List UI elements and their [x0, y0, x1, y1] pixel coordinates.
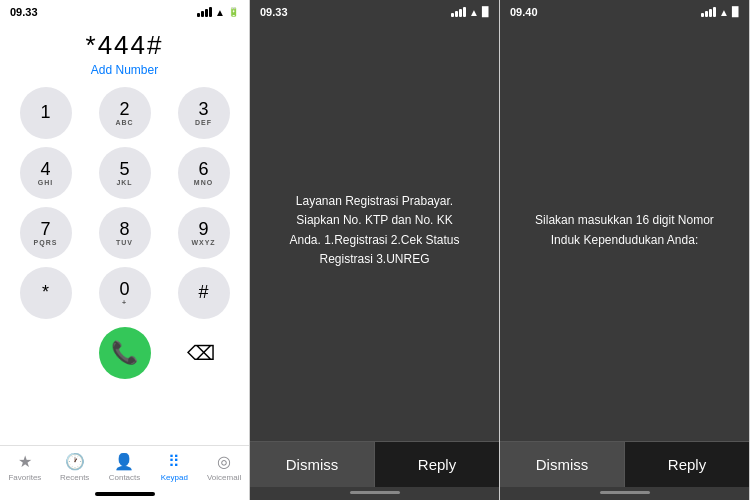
status-bar-3: 09.40 ▲ ▉: [500, 0, 749, 20]
phone-icon: 📞: [111, 340, 138, 366]
status-icons-3: ▲ ▉: [701, 7, 739, 18]
tab-favorites[interactable]: ★ Favorites: [0, 452, 50, 482]
status-bar-1: 09.33 ▲ 🔋: [0, 0, 249, 20]
wifi-icon-2: ▲: [469, 7, 479, 18]
phone2-frame: 09.33 ▲ ▉ Layanan Registrasi Prabayar. S…: [250, 0, 500, 500]
sms-message-area-2: Layanan Registrasi Prabayar. Siapkan No.…: [250, 20, 499, 441]
tab-keypad[interactable]: ⠿ Keypad: [149, 452, 199, 482]
tab-bar: ★ Favorites 🕐 Recents 👤 Contacts ⠿ Keypa…: [0, 445, 249, 490]
battery-icon-3: ▉: [732, 7, 739, 17]
key-4[interactable]: 4 GHI: [20, 147, 72, 199]
phone3-frame: 09.40 ▲ ▉ Silakan masukkan 16 digit Nomo…: [500, 0, 750, 500]
tab-voicemail-label: Voicemail: [207, 473, 241, 482]
dismiss-button-2[interactable]: Dismiss: [250, 442, 375, 487]
home-indicator-2: [350, 491, 400, 494]
wifi-icon-1: ▲: [215, 7, 225, 18]
sms-buttons-3: Dismiss Reply: [500, 441, 749, 487]
reply-button-3[interactable]: Reply: [625, 442, 749, 487]
key-3[interactable]: 3 DEF: [178, 87, 230, 139]
key-hash[interactable]: #: [178, 267, 230, 319]
reply-button-2[interactable]: Reply: [375, 442, 499, 487]
sms-buttons-2: Dismiss Reply: [250, 441, 499, 487]
signal-icon-1: [197, 7, 212, 17]
signal-icon-3: [701, 7, 716, 17]
dismiss-button-3[interactable]: Dismiss: [500, 442, 625, 487]
voicemail-icon: ◎: [217, 452, 231, 471]
tab-contacts-label: Contacts: [109, 473, 141, 482]
key-5[interactable]: 5 JKL: [99, 147, 151, 199]
time-2: 09.33: [260, 6, 288, 18]
sms-content-3: Silakan masukkan 16 digit Nomor Induk Ke…: [500, 20, 749, 500]
home-indicator-3: [600, 491, 650, 494]
sms-message-2: Layanan Registrasi Prabayar. Siapkan No.…: [280, 192, 469, 269]
key-star[interactable]: *: [20, 267, 72, 319]
key-2[interactable]: 2 ABC: [99, 87, 151, 139]
call-button[interactable]: 📞: [99, 327, 151, 379]
key-1[interactable]: 1: [20, 87, 72, 139]
sms-message-area-3: Silakan masukkan 16 digit Nomor Induk Ke…: [500, 20, 749, 441]
time-1: 09.33: [10, 6, 38, 18]
keypad-grid: 1 2 ABC 3 DEF 4 GHI 5 JKL 6 MNO: [0, 87, 249, 319]
call-row: 📞 ⌫: [29, 327, 221, 383]
phone1-frame: 09.33 ▲ 🔋 *444# Add Number 1 2 ABC 3 DE: [0, 0, 250, 500]
contacts-icon: 👤: [114, 452, 134, 471]
recents-icon: 🕐: [65, 452, 85, 471]
dialed-number: *444#: [86, 30, 164, 61]
battery-text-1: 🔋: [228, 7, 239, 17]
signal-icon-2: [451, 7, 466, 17]
sms-content-2: Layanan Registrasi Prabayar. Siapkan No.…: [250, 20, 499, 500]
key-9[interactable]: 9 WXYZ: [178, 207, 230, 259]
tab-contacts[interactable]: 👤 Contacts: [100, 452, 150, 482]
key-6[interactable]: 6 MNO: [178, 147, 230, 199]
status-icons-2: ▲ ▉: [451, 7, 489, 18]
key-7[interactable]: 7 PQRS: [20, 207, 72, 259]
tab-voicemail[interactable]: ◎ Voicemail: [199, 452, 249, 482]
home-indicator-1: [95, 492, 155, 496]
delete-button[interactable]: ⌫: [181, 333, 221, 373]
status-icons-1: ▲ 🔋: [197, 7, 239, 18]
favorites-icon: ★: [18, 452, 32, 471]
tab-recents[interactable]: 🕐 Recents: [50, 452, 100, 482]
sms-message-3: Silakan masukkan 16 digit Nomor Induk Ke…: [530, 211, 719, 249]
dialer-content: *444# Add Number 1 2 ABC 3 DEF 4 GHI 5: [0, 20, 249, 445]
tab-recents-label: Recents: [60, 473, 89, 482]
time-3: 09.40: [510, 6, 538, 18]
tab-keypad-label: Keypad: [161, 473, 188, 482]
wifi-icon-3: ▲: [719, 7, 729, 18]
key-8[interactable]: 8 TUV: [99, 207, 151, 259]
tab-favorites-label: Favorites: [8, 473, 41, 482]
battery-icon-2: ▉: [482, 7, 489, 17]
status-bar-2: 09.33 ▲ ▉: [250, 0, 499, 20]
keypad-icon: ⠿: [168, 452, 180, 471]
add-number-link[interactable]: Add Number: [91, 63, 158, 77]
key-0[interactable]: 0 +: [99, 267, 151, 319]
